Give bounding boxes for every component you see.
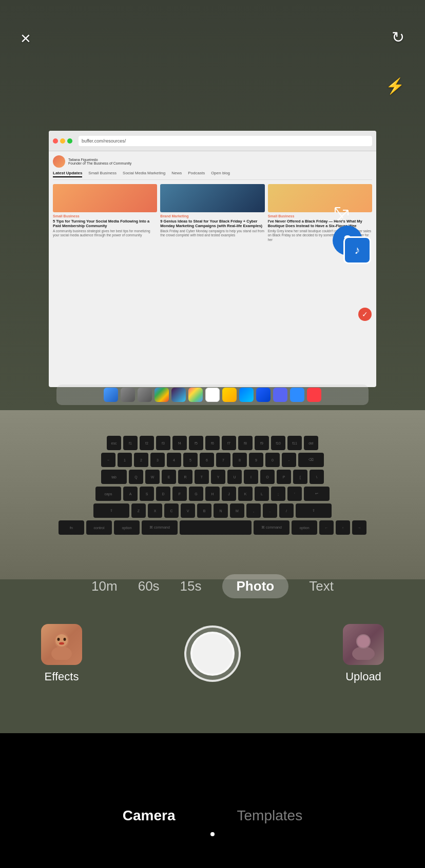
keyboard-row-4: caps A S D F G H J K L ; ' ↩ — [15, 487, 410, 501]
key-arrow-up: ↑ — [336, 520, 350, 535]
mode-10m[interactable]: 10m — [91, 578, 118, 594]
dock-onepassword — [256, 388, 271, 402]
tl-yellow — [60, 138, 65, 144]
dock-photos — [188, 388, 203, 402]
dock-launchpad — [121, 388, 135, 402]
card-image-3 — [268, 184, 372, 212]
svg-point-11 — [59, 642, 64, 645]
key-3: 3 — [150, 453, 165, 467]
cursor-annotation — [333, 205, 353, 228]
shutter-inner-circle — [190, 632, 235, 676]
flash-button[interactable]: ⚡ — [385, 77, 404, 95]
laptop-background: buffer.com/resources/ Tatiana Figueiredo… — [0, 0, 425, 410]
key-1: 1 — [118, 453, 132, 467]
key-l: L — [255, 487, 269, 501]
key-v: V — [181, 503, 195, 518]
effects-thumbnail — [41, 624, 82, 665]
key-p: P — [277, 470, 291, 484]
key-d: D — [156, 487, 170, 501]
notification-badge-area: 2 ♪ — [333, 226, 371, 264]
mode-60s[interactable]: 60s — [138, 578, 160, 594]
key-comma: , — [246, 503, 261, 518]
dock-bar — [56, 385, 369, 405]
bottom-navigation: Camera Templates — [0, 776, 425, 868]
tab-templates[interactable]: Templates — [237, 808, 303, 824]
key-tab: tab — [101, 470, 127, 484]
card-image-1 — [53, 184, 157, 212]
dock-discord — [273, 388, 287, 402]
key-y: Y — [211, 470, 225, 484]
mode-selector: 10m 60s 15s Photo Text — [0, 574, 425, 598]
nav-dot-indicator — [210, 832, 215, 836]
key-f9: f9 — [255, 436, 269, 450]
key-fn: fn — [59, 520, 84, 535]
key-f1: f1 — [123, 436, 138, 450]
music-app-icon: ♪ — [343, 236, 371, 264]
author-avatar — [53, 155, 65, 168]
upload-label: Upload — [345, 670, 381, 683]
content-card-1: Small Business 5 Tips for Turning Your S… — [53, 184, 157, 242]
key-h: H — [205, 487, 220, 501]
key-f11: f11 — [287, 436, 302, 450]
music-note-icon: ♪ — [355, 244, 360, 257]
key-option-left: option — [114, 520, 140, 535]
key-2: 2 — [134, 453, 148, 467]
flip-camera-button[interactable]: ↻ — [392, 28, 404, 46]
key-u: U — [227, 470, 242, 484]
key-f6: f6 — [205, 436, 220, 450]
tab-latest-updates: Latest Updates — [53, 171, 82, 177]
effects-thumbnail-image — [41, 624, 82, 665]
key-arrow-right: → — [352, 520, 366, 535]
key-f2: f2 — [140, 436, 154, 450]
dock-appstore — [239, 388, 254, 402]
tl-red — [53, 138, 58, 144]
tab-camera[interactable]: Camera — [123, 808, 176, 824]
key-b: B — [197, 503, 211, 518]
key-f8: f8 — [238, 436, 253, 450]
key-shift-right: ⇧ — [296, 503, 332, 518]
tab-small-business: Small Business — [88, 171, 117, 177]
key-w: W — [145, 470, 160, 484]
key-j: J — [222, 487, 236, 501]
upload-thumbnail-image — [343, 624, 384, 665]
key-f3: f3 — [156, 436, 170, 450]
key-t: T — [195, 470, 209, 484]
top-controls: × ↻ ⚡ — [0, 0, 425, 62]
dock-notes — [222, 388, 237, 402]
browser-tabs: Latest Updates Small Business Social Med… — [53, 171, 372, 180]
browser-content: Tatiana Figueiredo Founder of The Busine… — [49, 151, 376, 387]
key-backslash: \ — [310, 470, 324, 484]
key-shift-left: ⇧ — [93, 503, 129, 518]
key-0: 0 — [265, 453, 280, 467]
upload-thumbnail — [343, 624, 384, 665]
mode-photo[interactable]: Photo — [222, 574, 289, 598]
keyboard-area: esc f1 f2 f3 f4 f5 f6 f7 f8 f9 f10 f11 d… — [0, 410, 425, 579]
shutter-button[interactable] — [184, 625, 241, 682]
key-f4: f4 — [172, 436, 187, 450]
dock-calendar — [205, 388, 220, 402]
key-minus: - — [282, 453, 296, 467]
key-control: control — [86, 520, 112, 535]
key-return: ↩ — [304, 487, 330, 501]
key-9: 9 — [249, 453, 263, 467]
nav-tabs: Camera Templates — [123, 808, 302, 824]
svg-point-14 — [357, 635, 370, 648]
mode-15s[interactable]: 15s — [180, 578, 202, 594]
key-capslock: caps — [95, 487, 121, 501]
key-m: M — [230, 503, 244, 518]
key-a: A — [123, 487, 138, 501]
keyboard-row-6: fn control option ⌘ command ⌘ command op… — [15, 520, 410, 535]
key-f: F — [172, 487, 187, 501]
mode-text[interactable]: Text — [309, 578, 334, 594]
svg-line-3 — [335, 208, 343, 218]
key-o: O — [260, 470, 275, 484]
key-8: 8 — [233, 453, 247, 467]
key-period: . — [263, 503, 277, 518]
key-e: E — [162, 470, 176, 484]
dock-zoom — [290, 388, 304, 402]
key-space — [180, 520, 252, 535]
close-button[interactable]: × — [21, 28, 31, 48]
effects-button[interactable]: Effects — [41, 624, 82, 683]
key-semicolon: ; — [271, 487, 285, 501]
upload-button[interactable]: Upload — [343, 624, 384, 683]
